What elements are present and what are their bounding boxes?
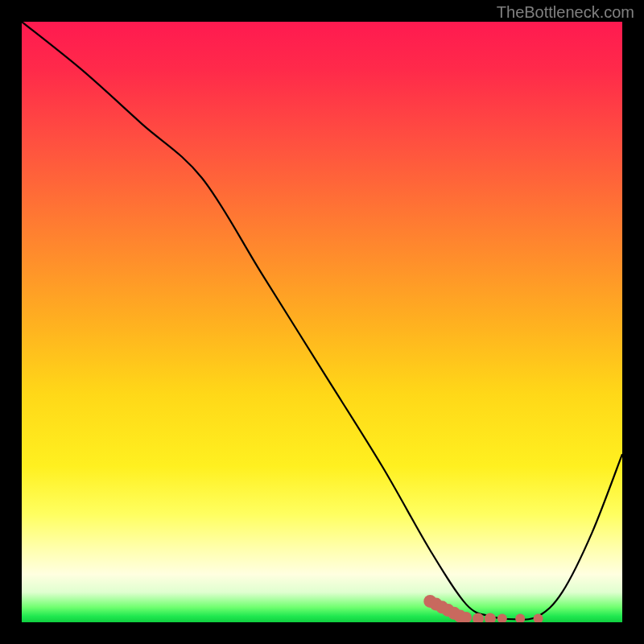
scatter-dot — [473, 613, 484, 622]
scatter-dot — [515, 614, 525, 622]
attribution-text: TheBottleneck.com — [497, 3, 634, 22]
chart-plot-area — [22, 22, 622, 622]
scatter-dot — [485, 613, 496, 622]
scatter-dot — [534, 614, 543, 622]
highlighted-region-dots — [22, 22, 622, 622]
scatter-dot — [497, 614, 507, 622]
